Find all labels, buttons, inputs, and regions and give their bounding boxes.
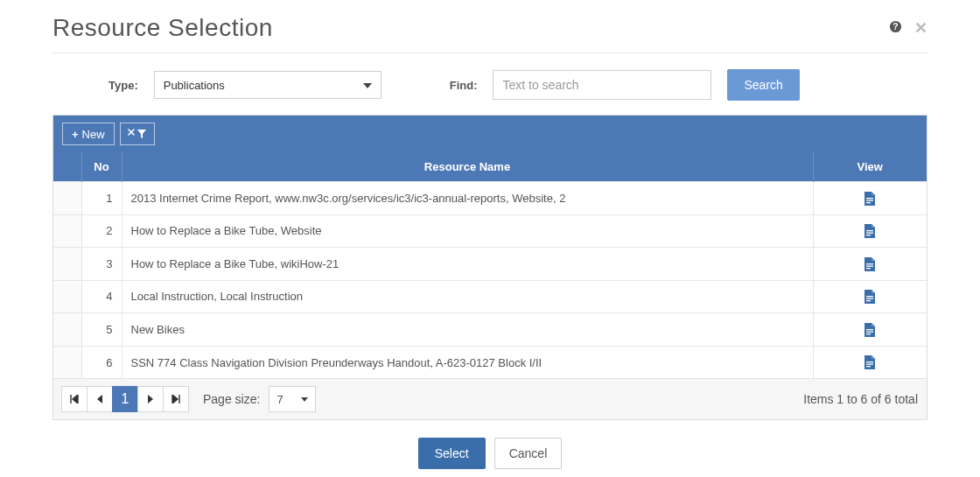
pager-first-button[interactable] bbox=[61, 386, 88, 412]
last-icon bbox=[172, 395, 180, 403]
results-table: No Resource Name View 12013 Internet Cri… bbox=[53, 152, 927, 378]
row-view-cell bbox=[813, 313, 927, 347]
svg-rect-6 bbox=[866, 202, 871, 203]
new-button[interactable]: + New bbox=[62, 123, 115, 145]
new-button-label: New bbox=[82, 128, 105, 141]
row-select-cell[interactable] bbox=[53, 313, 81, 347]
view-link[interactable] bbox=[864, 191, 876, 204]
clear-filter-button[interactable] bbox=[120, 123, 155, 145]
svg-rect-14 bbox=[866, 298, 873, 299]
row-no-cell: 3 bbox=[81, 248, 122, 281]
search-input[interactable] bbox=[493, 70, 711, 100]
results-panel: + New No Resource Name bbox=[52, 115, 928, 420]
pager-last-button[interactable] bbox=[163, 386, 189, 412]
svg-rect-13 bbox=[866, 296, 873, 297]
row-select-cell[interactable] bbox=[53, 214, 81, 248]
chevron-down-icon bbox=[301, 397, 308, 402]
svg-rect-20 bbox=[866, 364, 873, 365]
row-select-cell[interactable] bbox=[53, 248, 81, 281]
type-select-value: Publications bbox=[164, 79, 225, 92]
svg-rect-8 bbox=[866, 233, 873, 234]
pager-next-button[interactable] bbox=[137, 386, 164, 412]
table-row[interactable]: 2How to Replace a Bike Tube, Website bbox=[53, 214, 927, 248]
first-icon bbox=[70, 395, 79, 403]
col-view: View bbox=[813, 152, 927, 182]
row-no-cell: 2 bbox=[81, 214, 122, 248]
row-view-cell bbox=[813, 248, 927, 281]
table-row[interactable]: 6SSN 774 Class Navigation Division Preun… bbox=[53, 346, 927, 378]
table-row[interactable]: 3How to Replace a Bike Tube, wikiHow-21 bbox=[53, 248, 927, 281]
help-icon[interactable]: ? bbox=[889, 20, 902, 37]
svg-rect-10 bbox=[866, 263, 873, 264]
plus-icon: + bbox=[72, 128, 79, 141]
pager: 1 bbox=[62, 386, 189, 412]
svg-rect-11 bbox=[866, 265, 873, 266]
select-button[interactable]: Select bbox=[418, 438, 486, 469]
chevron-down-icon bbox=[363, 83, 372, 88]
dialog-footer: Select Cancel bbox=[52, 438, 928, 469]
table-row[interactable]: 5New Bikes bbox=[53, 313, 927, 347]
col-name[interactable]: Resource Name bbox=[122, 152, 813, 182]
pager-summary: Items 1 to 6 of 6 total bbox=[803, 392, 918, 406]
svg-rect-4 bbox=[866, 198, 873, 199]
next-icon bbox=[147, 395, 154, 403]
row-name-cell: 2013 Internet Crime Report, www.nw3c.org… bbox=[122, 182, 813, 215]
document-icon bbox=[864, 257, 876, 271]
row-no-cell: 6 bbox=[81, 346, 122, 378]
close-icon[interactable]: ✕ bbox=[914, 18, 928, 38]
svg-rect-7 bbox=[866, 230, 873, 231]
row-view-cell bbox=[813, 280, 927, 313]
cancel-button[interactable]: Cancel bbox=[494, 438, 563, 469]
row-select-cell[interactable] bbox=[53, 182, 81, 215]
row-name-cell: How to Replace a Bike Tube, Website bbox=[122, 214, 813, 248]
svg-rect-21 bbox=[866, 366, 871, 367]
svg-rect-9 bbox=[866, 235, 871, 235]
view-link[interactable] bbox=[864, 355, 876, 368]
results-toolbar: + New bbox=[53, 116, 927, 152]
view-link[interactable] bbox=[864, 290, 876, 303]
prev-icon bbox=[96, 395, 103, 403]
row-view-cell bbox=[813, 214, 927, 248]
page-size-label: Page size: bbox=[203, 392, 260, 406]
row-name-cell: How to Replace a Bike Tube, wikiHow-21 bbox=[122, 248, 813, 281]
svg-text:?: ? bbox=[892, 22, 898, 32]
document-icon bbox=[864, 192, 876, 206]
svg-rect-18 bbox=[866, 333, 871, 334]
pager-page-1-button[interactable]: 1 bbox=[112, 386, 138, 412]
row-name-cell: New Bikes bbox=[122, 313, 813, 347]
row-name-cell: SSN 774 Class Navigation Division Preund… bbox=[122, 346, 813, 378]
pager-prev-button[interactable] bbox=[87, 386, 113, 412]
svg-rect-15 bbox=[866, 300, 871, 301]
col-no[interactable]: No bbox=[81, 152, 122, 182]
clear-filter-icon bbox=[128, 129, 147, 139]
row-view-cell bbox=[813, 346, 927, 378]
svg-rect-19 bbox=[866, 361, 873, 362]
row-select-cell[interactable] bbox=[53, 280, 81, 313]
pager-row: 1 Page size: 7 Items 1 to 6 of 6 bbox=[53, 378, 927, 419]
row-no-cell: 1 bbox=[81, 182, 122, 215]
type-label: Type: bbox=[108, 79, 138, 92]
filter-bar: Type: Publications Find: Search bbox=[52, 69, 928, 115]
divider bbox=[52, 53, 928, 53]
type-select[interactable]: Publications bbox=[154, 71, 382, 99]
view-link[interactable] bbox=[864, 224, 876, 237]
row-view-cell bbox=[813, 182, 927, 215]
page-title: Resource Selection bbox=[52, 14, 273, 42]
svg-rect-17 bbox=[866, 331, 873, 332]
svg-rect-16 bbox=[866, 329, 873, 330]
document-icon bbox=[864, 290, 876, 304]
page-size-value: 7 bbox=[276, 393, 283, 406]
find-label: Find: bbox=[450, 79, 478, 92]
table-row[interactable]: 12013 Internet Crime Report, www.nw3c.or… bbox=[53, 182, 927, 215]
table-row[interactable]: 4Local Instruction, Local Instruction bbox=[53, 280, 927, 313]
svg-rect-5 bbox=[866, 200, 873, 200]
col-select bbox=[53, 152, 81, 182]
page-size-select[interactable]: 7 bbox=[269, 386, 316, 412]
row-no-cell: 5 bbox=[81, 313, 122, 347]
row-select-cell[interactable] bbox=[53, 346, 81, 378]
view-link[interactable] bbox=[864, 322, 876, 335]
document-icon bbox=[864, 224, 876, 238]
document-icon bbox=[864, 355, 876, 369]
search-button[interactable]: Search bbox=[727, 69, 799, 101]
view-link[interactable] bbox=[864, 256, 876, 270]
